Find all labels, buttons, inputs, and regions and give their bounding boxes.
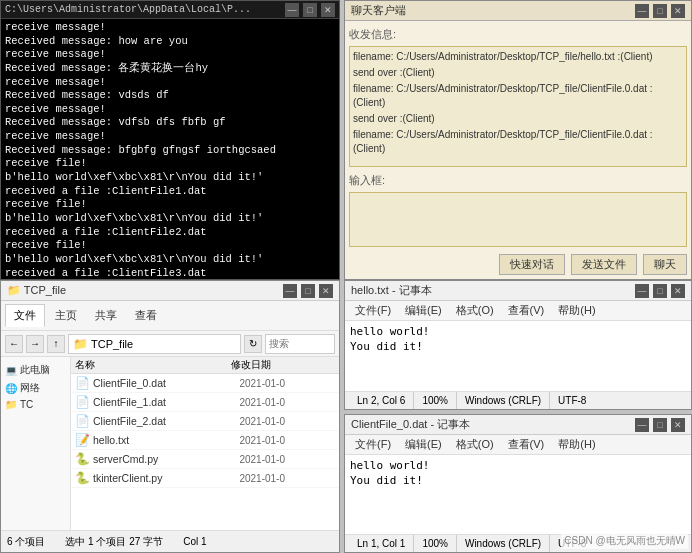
chat-minimize[interactable]: — (635, 4, 649, 18)
notepad1-menu-格式(O)[interactable]: 格式(O) (450, 302, 500, 319)
terminal-close[interactable]: ✕ (321, 3, 335, 17)
sidebar-item-network[interactable]: 🌐 网络 (3, 379, 68, 397)
chat-maximize[interactable]: □ (653, 4, 667, 18)
file-name-1: ClientFile_1.dat (93, 396, 236, 408)
notepad1-maximize[interactable]: □ (653, 284, 667, 298)
terminal-line: b'hello world\xef\xbc\x81\r\nYou did it!… (5, 253, 335, 267)
chat-chat-btn[interactable]: 聊天 (643, 254, 687, 275)
explorer-titlebar: 📁 TCP_file — □ ✕ (1, 281, 339, 301)
notepad1-close[interactable]: ✕ (671, 284, 685, 298)
notepad1-line: hello world! (350, 324, 686, 339)
notepad2-statusbar: Ln 1, Col 1 100% Windows (CRLF) UTF-8 (345, 534, 691, 552)
terminal-line: receive message! (5, 103, 335, 117)
terminal-line: Received message: vdsds df (5, 89, 335, 103)
explorer-toolbar: ← → ↑ 📁 TCP_file ↻ (1, 331, 339, 357)
explorer-ribbon: 文件主页共享查看 (1, 301, 339, 331)
notepad2-minimize[interactable]: — (635, 418, 649, 432)
tc-folder-icon: 📁 (5, 399, 17, 410)
notepad1-encoding: UTF-8 (550, 392, 594, 409)
notepad1-menu-帮助(H)[interactable]: 帮助(H) (552, 302, 601, 319)
notepad1-position: Ln 2, Col 6 (349, 392, 414, 409)
up-button[interactable]: ↑ (47, 335, 65, 353)
file-icon-1: 📄 (75, 395, 90, 409)
notepad2-menu-查看(V)[interactable]: 查看(V) (502, 436, 551, 453)
terminal-controls: — □ ✕ (285, 3, 335, 17)
terminal-line: Received message: vdfsb dfs fbfb gf (5, 116, 335, 130)
notepad2-close[interactable]: ✕ (671, 418, 685, 432)
chat-close[interactable]: ✕ (671, 4, 685, 18)
search-input[interactable] (265, 334, 335, 354)
chat-sendfile-btn[interactable]: 发送文件 (571, 254, 637, 275)
network-icon: 🌐 (5, 383, 17, 394)
ribbon-tab-文件[interactable]: 文件 (5, 304, 45, 327)
notepad1-titlebar: hello.txt - 记事本 — □ ✕ (345, 281, 691, 301)
notepad1-statusbar: Ln 2, Col 6 100% Windows (CRLF) UTF-8 (345, 391, 691, 409)
status-selected: 选中 1 个项目 27 字节 (65, 535, 163, 549)
file-row[interactable]: 📄ClientFile_0.dat2021-01-0 (71, 374, 339, 393)
terminal-maximize[interactable]: □ (303, 3, 317, 17)
file-list-header: 名称 修改日期 (71, 357, 339, 374)
terminal-line: Received message: 各柔黄花换一台hy (5, 62, 335, 76)
notepad1-line-ending: Windows (CRLF) (457, 392, 550, 409)
file-row[interactable]: 🐍tkinterClient.py2021-01-0 (71, 469, 339, 488)
back-button[interactable]: ← (5, 335, 23, 353)
file-date-0: 2021-01-0 (239, 378, 335, 389)
notepad2-content[interactable]: hello world!You did it! (345, 455, 691, 534)
terminal-content: receive message!Received message: how ar… (1, 19, 339, 279)
notepad1-menu-查看(V)[interactable]: 查看(V) (502, 302, 551, 319)
chat-quick-btn[interactable]: 快速对话 (499, 254, 565, 275)
explorer-statusbar: 6 个项目 选中 1 个项目 27 字节 Col 1 (1, 530, 339, 552)
notepad1-content[interactable]: hello world!You did it! (345, 321, 691, 391)
chat-messages-area[interactable]: filename: C:/Users/Administrator/Desktop… (349, 46, 687, 167)
file-row[interactable]: 🐍serverCmd.py2021-01-0 (71, 450, 339, 469)
file-row[interactable]: 📝hello.txt2021-01-0 (71, 431, 339, 450)
notepad1-line: You did it! (350, 339, 686, 354)
explorer-maximize[interactable]: □ (301, 284, 315, 298)
chat-titlebar: 聊天客户端 — □ ✕ (345, 1, 691, 21)
terminal-line: receive message! (5, 76, 335, 90)
chat-messages-label: 收发信息: (349, 27, 687, 42)
file-list: 📄ClientFile_0.dat2021-01-0📄ClientFile_1.… (71, 374, 339, 530)
ribbon-tab-主页[interactable]: 主页 (47, 305, 85, 326)
computer-icon: 💻 (5, 365, 17, 376)
file-name-3: hello.txt (93, 434, 236, 446)
path-bar[interactable]: 📁 TCP_file (68, 334, 241, 354)
terminal-line: b'hello world\xef\xbc\x81\r\nYou did it!… (5, 212, 335, 226)
terminal-line: received a file :ClientFile1.dat (5, 185, 335, 199)
file-row[interactable]: 📄ClientFile_1.dat2021-01-0 (71, 393, 339, 412)
chat-message-0: filename: C:/Users/Administrator/Desktop… (353, 50, 683, 64)
path-text: TCP_file (91, 338, 133, 350)
notepad2-window: ClientFile_0.dat - 记事本 — □ ✕ 文件(F)编辑(E)格… (344, 414, 692, 553)
ribbon-tab-共享[interactable]: 共享 (87, 305, 125, 326)
explorer-minimize[interactable]: — (283, 284, 297, 298)
ribbon-tab-查看[interactable]: 查看 (127, 305, 165, 326)
sidebar-label-computer: 此电脑 (20, 363, 50, 377)
notepad2-title: ClientFile_0.dat - 记事本 (351, 417, 470, 432)
notepad1-menu-编辑(E)[interactable]: 编辑(E) (399, 302, 448, 319)
file-name-0: ClientFile_0.dat (93, 377, 236, 389)
notepad2-menu-帮助(H)[interactable]: 帮助(H) (552, 436, 601, 453)
notepad2-maximize[interactable]: □ (653, 418, 667, 432)
explorer-main: 名称 修改日期 📄ClientFile_0.dat2021-01-0📄Clien… (71, 357, 339, 530)
chat-input-area[interactable] (349, 192, 687, 247)
chat-controls: — □ ✕ (635, 4, 685, 18)
terminal-minimize[interactable]: — (285, 3, 299, 17)
notepad2-position: Ln 1, Col 1 (349, 535, 414, 552)
notepad2-menu-文件(F)[interactable]: 文件(F) (349, 436, 397, 453)
col1-label: Col 1 (183, 536, 206, 547)
sidebar-item-tc[interactable]: 📁 TC (3, 397, 68, 412)
notepad1-minimize[interactable]: — (635, 284, 649, 298)
refresh-button[interactable]: ↻ (244, 335, 262, 353)
notepad2-menu-编辑(E)[interactable]: 编辑(E) (399, 436, 448, 453)
terminal-line: Received message: bfgbfg gfngsf iorthgcs… (5, 144, 335, 158)
forward-button[interactable]: → (26, 335, 44, 353)
notepad2-menu-格式(O)[interactable]: 格式(O) (450, 436, 500, 453)
explorer-close[interactable]: ✕ (319, 284, 333, 298)
chat-buttons: 快速对话 发送文件 聊天 (349, 254, 687, 275)
sidebar-item-computer[interactable]: 💻 此电脑 (3, 361, 68, 379)
sidebar-label-network: 网络 (20, 381, 40, 395)
file-row[interactable]: 📄ClientFile_2.dat2021-01-0 (71, 412, 339, 431)
notepad2-controls: — □ ✕ (635, 418, 685, 432)
notepad1-menu-文件(F)[interactable]: 文件(F) (349, 302, 397, 319)
file-date-1: 2021-01-0 (239, 397, 335, 408)
